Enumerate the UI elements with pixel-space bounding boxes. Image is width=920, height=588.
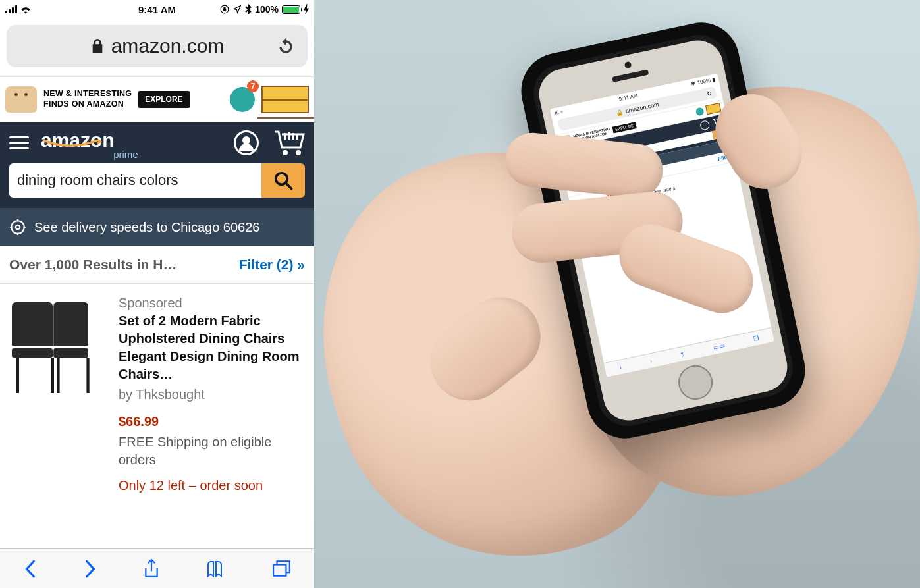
battery-pct: 100% [255,4,279,14]
amazon-logo[interactable]: amazon prime [41,131,115,155]
location-icon [232,5,242,14]
product-price: $66.99 [119,413,305,431]
signal-icon [5,5,17,13]
svg-rect-8 [273,564,286,575]
product-title[interactable]: Set of 2 Modern Fabric Upholstered Dinin… [119,312,305,383]
orientation-lock-icon [220,5,229,14]
search-input[interactable]: dining room chairs colors [9,163,261,198]
finds-text: NEW & INTERESTING FINDS ON AMAZON [43,89,132,109]
tabs-icon[interactable] [272,560,292,578]
photo-hands-phone: ııl ᯤ9:41 AM✱ 100% ▮ 🔒 amazon.com↻ NEW &… [314,0,920,588]
sponsored-label: Sponsored [119,294,305,312]
svg-point-2 [296,150,301,155]
menu-icon[interactable] [9,133,29,153]
product-byline: by Thksbought [119,386,305,404]
search-row: dining room chairs colors [0,163,314,208]
svg-point-1 [283,150,288,155]
amazon-header: amazon prime [0,122,314,163]
svg-line-4 [286,183,292,189]
svg-point-6 [16,225,20,230]
explore-button[interactable]: EXPLORE [138,91,189,108]
battery-icon [282,5,300,14]
delivery-text: See delivery speeds to Chicago 60626 [34,220,259,235]
product-stock: Only 12 left – order soon [119,477,305,494]
cart-icon[interactable] [273,129,305,157]
delivery-bar[interactable]: See delivery speeds to Chicago 60626 [0,208,314,246]
back-icon[interactable] [23,559,38,579]
safari-toolbar [0,548,314,588]
filter-link[interactable]: Filter (2) » [239,257,305,273]
safari-url-bar-area: amazon.com [0,18,314,76]
share-icon[interactable] [143,558,160,580]
forward-icon[interactable] [83,559,97,579]
product-thumb [9,294,108,393]
results-header: Over 1,000 Results in H… Filter (2) » [0,246,314,284]
prime-label: prime [113,150,138,159]
safari-url-bar[interactable]: amazon.com [7,25,308,67]
phone-camera [624,61,632,69]
teal-item-icon[interactable] [230,87,255,112]
reload-icon[interactable] [277,37,294,55]
toast-icon [5,86,37,113]
product-shipping: FREE Shipping on eligible orders [119,433,305,469]
location-pin-icon [9,219,26,236]
bluetooth-icon [245,4,252,14]
results-count: Over 1,000 Results in H… [9,257,176,273]
charging-icon [304,4,309,14]
product-card[interactable]: Sponsored Set of 2 Modern Fabric Upholst… [0,284,314,505]
screenshot-left: 9:41 AM 100% amazon.com [0,0,314,588]
svg-point-5 [11,221,24,234]
search-button[interactable] [261,163,305,198]
bookmarks-icon[interactable] [205,560,227,578]
cabinet-icon[interactable] [261,86,309,113]
ios-status-bar: 9:41 AM 100% [0,0,314,18]
wifi-icon [20,5,32,14]
account-icon[interactable] [234,130,259,155]
search-icon [273,171,293,190]
lock-icon [90,38,105,55]
interesting-finds-banner[interactable]: NEW & INTERESTING FINDS ON AMAZON EXPLOR… [0,76,314,122]
url-domain: amazon.com [111,35,225,57]
